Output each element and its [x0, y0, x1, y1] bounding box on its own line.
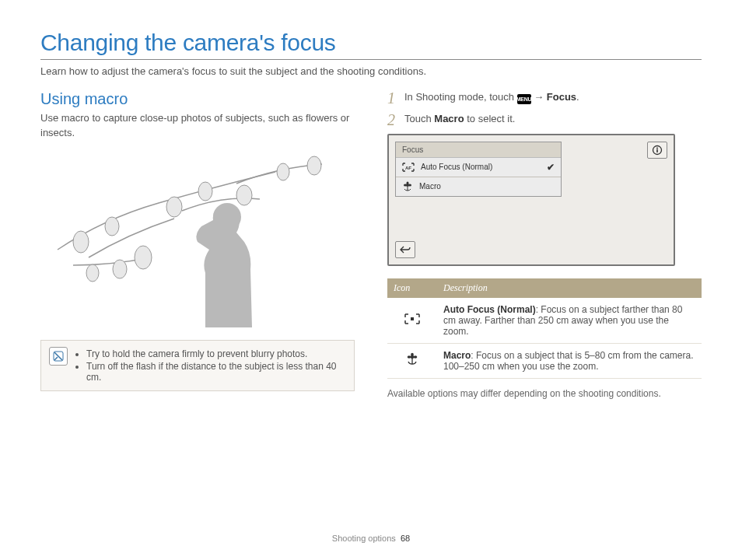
- svg-point-10: [213, 203, 241, 231]
- menu-icon: MENU: [517, 94, 531, 104]
- cell-icon: [387, 343, 437, 378]
- text-fragment: .: [576, 91, 579, 103]
- arrow-icon: →: [534, 91, 544, 103]
- svg-point-24: [411, 353, 414, 357]
- autofocus-icon: [404, 313, 420, 324]
- svg-point-5: [236, 185, 252, 205]
- menu-title: Focus: [396, 142, 561, 158]
- availability-note: Available options may differ depending o…: [387, 388, 702, 399]
- cell-description: Auto Focus (Normal): Focus on a subject …: [437, 298, 702, 344]
- macro-description: Use macro to capture close-up photos of …: [40, 111, 355, 141]
- focus-label: Focus: [547, 91, 576, 103]
- svg-rect-20: [411, 317, 414, 320]
- step-1-text: In Shooting mode, touch MENU → Focus.: [404, 90, 579, 105]
- svg-point-1: [105, 217, 119, 236]
- table-row: Macro: Focus on a subject that is 5–80 c…: [387, 343, 702, 378]
- macro-illustration: [40, 149, 355, 327]
- svg-point-6: [277, 163, 289, 180]
- autofocus-icon: AF: [402, 163, 415, 172]
- svg-point-18: [656, 147, 658, 149]
- step-number: 2: [387, 112, 398, 128]
- note-icon: [49, 347, 68, 366]
- left-column: Using macro Use macro to capture close-u…: [40, 90, 355, 399]
- manual-page: Changing the camera's focus Learn how to…: [0, 0, 742, 560]
- step-2-text: Touch Macro to select it.: [404, 112, 515, 127]
- tip-item: Try to hold the camera firmly to prevent…: [86, 348, 346, 359]
- lead-text: Learn how to adjust the camera's focus t…: [40, 65, 702, 79]
- svg-point-16: [407, 181, 409, 184]
- svg-point-14: [404, 184, 407, 186]
- footer-section: Shooting options: [332, 534, 396, 543]
- camera-screen: Focus AF Auto Focus (Normal) ✔ Macro: [387, 134, 675, 266]
- tip-box: Try to hold the camera firmly to prevent…: [40, 340, 355, 391]
- page-title: Changing the camera's focus: [40, 30, 702, 56]
- svg-point-22: [408, 356, 411, 359]
- svg-text:AF: AF: [405, 166, 411, 170]
- table-row: Auto Focus (Normal): Focus on a subject …: [387, 298, 702, 344]
- svg-rect-19: [656, 149, 658, 152]
- focus-menu: Focus AF Auto Focus (Normal) ✔ Macro: [395, 142, 562, 197]
- focus-description-table: Icon Description Auto Focus (Normal): Fo…: [387, 278, 702, 379]
- tip-item: Turn off the flash if the distance to th…: [86, 361, 346, 383]
- macro-icon: [405, 352, 419, 366]
- svg-point-8: [113, 260, 127, 278]
- subheading-using-macro: Using macro: [40, 90, 355, 108]
- page-footer: Shooting options 68: [0, 534, 742, 543]
- svg-point-9: [86, 264, 99, 282]
- title-rule: [40, 59, 702, 60]
- step-1: 1 In Shooting mode, touch MENU → Focus.: [387, 90, 702, 106]
- step-number: 1: [387, 90, 398, 106]
- menu-item-label: Macro: [419, 182, 441, 191]
- macro-label: Macro: [434, 113, 464, 124]
- svg-point-7: [307, 156, 321, 175]
- svg-point-2: [135, 246, 152, 269]
- step-2: 2 Touch Macro to select it.: [387, 112, 702, 128]
- footer-page-number: 68: [401, 534, 410, 543]
- svg-point-15: [408, 184, 411, 186]
- menu-item-label: Auto Focus (Normal): [421, 163, 492, 171]
- text-fragment: to select it.: [464, 113, 516, 124]
- right-column: 1 In Shooting mode, touch MENU → Focus. …: [387, 90, 702, 399]
- svg-point-3: [166, 197, 182, 217]
- text-fragment: : Focus on a subject that is 5–80 cm fro…: [443, 350, 693, 372]
- svg-point-4: [198, 182, 212, 201]
- cell-icon: [387, 298, 437, 344]
- table-header-description: Description: [437, 278, 702, 298]
- text-fragment: Touch: [404, 113, 434, 124]
- svg-point-0: [73, 231, 89, 253]
- back-button[interactable]: [395, 241, 415, 258]
- text-fragment: Macro: [443, 350, 471, 361]
- menu-item-macro[interactable]: Macro: [396, 177, 561, 196]
- check-icon: ✔: [547, 162, 555, 173]
- cell-description: Macro: Focus on a subject that is 5–80 c…: [437, 343, 702, 378]
- table-header-icon: Icon: [387, 278, 437, 298]
- info-button[interactable]: [647, 142, 667, 159]
- svg-point-23: [414, 356, 418, 359]
- text-fragment: Auto Focus (Normal): [443, 304, 536, 315]
- macro-icon: [402, 181, 413, 192]
- text-fragment: In Shooting mode, touch: [404, 91, 517, 103]
- menu-item-autofocus[interactable]: AF Auto Focus (Normal) ✔: [396, 158, 561, 177]
